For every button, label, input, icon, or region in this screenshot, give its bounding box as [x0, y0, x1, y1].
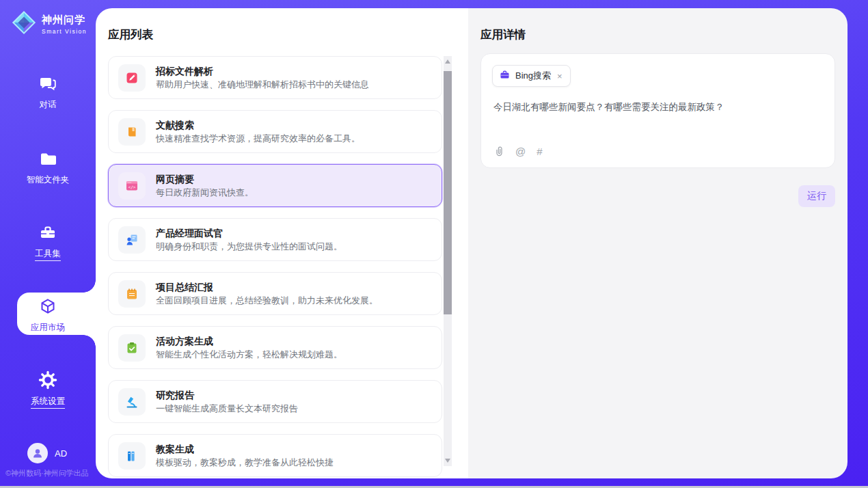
app-list-scrollbar[interactable]	[444, 56, 452, 466]
clipboard-check-icon	[118, 334, 146, 362]
sidebar-item-settings[interactable]: 系统设置	[0, 370, 96, 409]
app-logo: 神州问学 Smart Vision	[11, 10, 87, 38]
microscope-icon	[118, 388, 146, 416]
app-list-title: 应用列表	[108, 27, 153, 42]
paperclip-icon[interactable]	[493, 145, 504, 157]
main-content: 应用列表 招标文件解析 帮助用户快速、准确地理解和解析招标书中的关键信息	[96, 8, 847, 478]
app-card-title: 研究报告	[156, 390, 298, 400]
app-card-event-plan[interactable]: 活动方案生成 智能生成个性化活动方案，轻松解决规划难题。	[108, 326, 442, 369]
app-card-desc: 每日政府新闻资讯快查。	[156, 188, 254, 197]
sidebar-item-chat[interactable]: 对话	[0, 74, 96, 111]
sidebar: 神州问学 Smart Vision 对话 智能文件夹	[0, 0, 96, 488]
chat-icon	[38, 83, 57, 95]
app-card-title: 产品经理面试官	[156, 228, 342, 238]
app-card-list: 招标文件解析 帮助用户快速、准确地理解和解析招标书中的关键信息 文献搜索 快速精…	[108, 56, 442, 478]
app-card-desc: 一键智能生成高质量长文本研究报告	[156, 404, 298, 413]
close-icon[interactable]: ×	[556, 71, 563, 81]
sidebar-item-app-market[interactable]: 应用市场	[0, 297, 96, 334]
app-card-title: 文献搜索	[156, 120, 360, 130]
user-name: AD	[55, 448, 67, 459]
app-card-desc: 全面回顾项目进展，总结经验教训，助力未来优化发展。	[156, 296, 378, 305]
cube-icon	[38, 306, 57, 318]
copyright-footer: ©神州数码·神州问学出品	[5, 468, 89, 478]
app-window: 神州问学 Smart Vision 对话 智能文件夹	[0, 0, 868, 488]
at-icon[interactable]: @	[515, 146, 526, 157]
sidebar-item-toolset[interactable]: 工具集	[0, 223, 96, 261]
app-card-pm-interviewer[interactable]: 产品经理面试官 明确身份和职责，为您提供专业性的面试问题。	[108, 218, 442, 261]
scroll-down-icon[interactable]	[445, 459, 450, 463]
browser-code-icon: </>	[118, 172, 146, 200]
app-card-title: 招标文件解析	[156, 66, 369, 76]
app-card-title: 项目总结汇报	[156, 282, 378, 292]
books-icon	[118, 442, 146, 470]
scroll-up-icon[interactable]	[445, 59, 450, 64]
scrollbar-thumb[interactable]	[444, 71, 452, 314]
query-text[interactable]: 今日湖北有哪些新闻要点？有哪些需要关注的最新政策？	[493, 100, 822, 114]
app-card-lesson-plan[interactable]: 教案生成 模板驱动，教案秒成，教学准备从此轻松快捷	[108, 434, 442, 477]
app-card-desc: 明确身份和职责，为您提供专业性的面试问题。	[156, 242, 342, 251]
app-card-bid-parse[interactable]: 招标文件解析 帮助用户快速、准确地理解和解析招标书中的关键信息	[108, 56, 442, 99]
notepad-icon	[118, 280, 146, 308]
user-avatar-icon	[27, 443, 48, 463]
book-icon	[118, 118, 146, 146]
gear-icon	[38, 380, 57, 392]
app-detail-panel: 应用详情 Bing搜索 × 今日湖北有哪些新闻要点？有哪些需要关注的最新政策？	[468, 8, 847, 478]
user-account[interactable]: AD	[27, 443, 67, 463]
edit-square-icon	[118, 64, 146, 92]
app-card-title: 教案生成	[156, 444, 334, 454]
run-button[interactable]: 运行	[798, 185, 835, 207]
app-list-panel: 应用列表 招标文件解析 帮助用户快速、准确地理解和解析招标书中的关键信息	[96, 8, 468, 478]
input-toolbar: @ #	[493, 145, 543, 157]
sidebar-item-label: 应用市场	[31, 322, 65, 334]
toolbox-icon	[38, 232, 57, 244]
query-input-card[interactable]: Bing搜索 × 今日湖北有哪些新闻要点？有哪些需要关注的最新政策？ @ #	[480, 53, 835, 168]
sidebar-item-label: 智能文件夹	[27, 174, 70, 186]
folder-icon	[38, 159, 57, 170]
tool-tag-bing-search[interactable]: Bing搜索 ×	[492, 65, 571, 87]
logo-subtitle: Smart Vision	[42, 28, 87, 35]
app-card-desc: 快速精准查找学术资源，提高研究效率的必备工具。	[156, 134, 360, 143]
app-detail-title: 应用详情	[480, 27, 526, 42]
app-card-title: 活动方案生成	[156, 336, 342, 346]
hash-icon[interactable]: #	[537, 146, 542, 157]
sidebar-item-smart-folders[interactable]: 智能文件夹	[0, 149, 96, 186]
briefcase-icon	[500, 70, 510, 83]
app-card-desc: 智能生成个性化活动方案，轻松解决规划难题。	[156, 350, 342, 359]
tool-tag-label: Bing搜索	[515, 70, 551, 82]
app-card-desc: 帮助用户快速、准确地理解和解析招标书中的关键信息	[156, 80, 369, 89]
app-card-web-summary[interactable]: </> 网页摘要 每日政府新闻资讯快查。	[108, 164, 442, 207]
sidebar-item-label: 工具集	[35, 248, 61, 261]
sidebar-item-label: 对话	[40, 99, 57, 111]
sidebar-item-label: 系统设置	[31, 396, 65, 409]
app-card-project-summary[interactable]: 项目总结汇报 全面回顾项目进展，总结经验教训，助力未来优化发展。	[108, 272, 442, 315]
svg-text:</>: </>	[128, 184, 136, 189]
app-card-desc: 模板驱动，教案秒成，教学准备从此轻松快捷	[156, 458, 334, 467]
presenter-icon	[118, 226, 146, 254]
app-card-title: 网页摘要	[156, 174, 254, 184]
app-card-literature-search[interactable]: 文献搜索 快速精准查找学术资源，提高研究效率的必备工具。	[108, 110, 442, 153]
app-card-research-report[interactable]: 研究报告 一键智能生成高质量长文本研究报告	[108, 380, 442, 423]
logo-title: 神州问学	[42, 14, 87, 27]
diamond-logo-icon	[11, 10, 37, 38]
